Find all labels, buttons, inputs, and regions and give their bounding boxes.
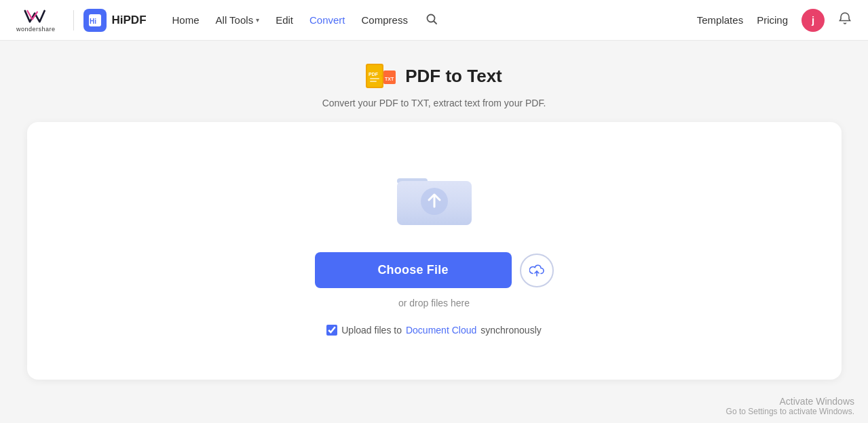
hipdf-icon: Hi — [83, 9, 107, 32]
avatar[interactable]: j — [801, 9, 825, 32]
header-right: Templates Pricing j — [697, 9, 852, 32]
svg-text:TXT: TXT — [385, 77, 394, 81]
svg-point-2 — [427, 14, 434, 22]
upload-options: Upload files to Document Cloud synchrono… — [326, 325, 542, 336]
svg-rect-7 — [370, 78, 379, 79]
svg-text:PDF: PDF — [369, 72, 379, 77]
nav-home[interactable]: Home — [166, 10, 206, 30]
wondershare-label: wondershare — [16, 26, 56, 33]
activate-windows-title: Activate Windows — [726, 396, 854, 407]
page-title: PDF to Text — [405, 66, 502, 87]
svg-text:Hi: Hi — [90, 18, 96, 25]
choose-file-button[interactable]: Choose File — [315, 252, 512, 288]
main-content: PDF TXT PDF to Text Convert your PDF to … — [0, 41, 868, 393]
choose-file-row: Choose File — [315, 252, 554, 288]
main-nav: Home All Tools ▾ Edit Convert Compress — [166, 9, 446, 32]
nav-convert[interactable]: Convert — [303, 10, 352, 30]
svg-rect-8 — [370, 81, 377, 82]
hipdf-logo[interactable]: Hi HiPDF — [83, 9, 147, 32]
nav-templates[interactable]: Templates — [697, 14, 743, 26]
cloud-upload-button[interactable] — [520, 254, 554, 287]
nav-all-tools[interactable]: All Tools ▾ — [209, 10, 267, 30]
document-cloud-link[interactable]: Document Cloud — [406, 325, 476, 336]
nav-compress[interactable]: Compress — [355, 10, 415, 30]
upload-cloud-checkbox[interactable] — [326, 325, 337, 336]
upload-folder-icon — [394, 166, 475, 233]
search-icon[interactable] — [417, 9, 446, 32]
header: wondershare Hi HiPDF Home All Tools ▾ Ed… — [0, 0, 868, 41]
header-left: wondershare Hi HiPDF Home All Tools ▾ Ed… — [16, 8, 446, 33]
activate-windows-watermark: Activate Windows Go to Settings to activ… — [726, 396, 854, 416]
upload-checkbox-label: Upload files to — [341, 325, 402, 336]
page-title-row: PDF TXT PDF to Text — [366, 61, 502, 91]
page-header: PDF TXT PDF to Text Convert your PDF to … — [322, 61, 546, 108]
all-tools-chevron-icon: ▾ — [256, 16, 259, 24]
bell-icon[interactable] — [838, 12, 852, 28]
hipdf-label: HiPDF — [112, 14, 147, 27]
upload-sync-label: synchronously — [480, 325, 542, 336]
page-subtitle: Convert your PDF to TXT, extract text fr… — [322, 98, 546, 108]
pdf-to-txt-icon: PDF TXT — [366, 61, 396, 91]
header-divider — [73, 10, 74, 31]
svg-line-3 — [434, 21, 436, 24]
wondershare-logo[interactable]: wondershare — [16, 8, 56, 33]
nav-pricing[interactable]: Pricing — [757, 14, 788, 26]
upload-card: Choose File or drop files here Upload fi… — [27, 122, 842, 380]
activate-windows-subtitle: Go to Settings to activate Windows. — [726, 407, 854, 416]
drop-hint: or drop files here — [398, 298, 470, 308]
nav-edit[interactable]: Edit — [269, 10, 300, 30]
